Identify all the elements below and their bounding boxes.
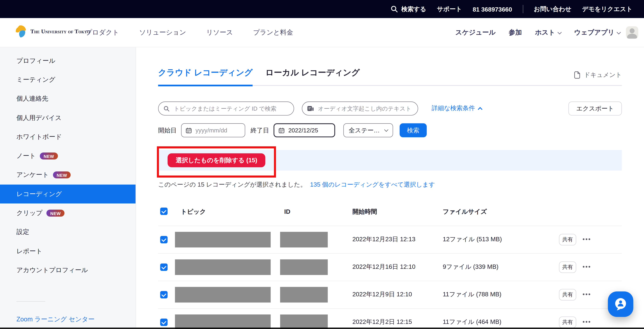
nav-resources[interactable]: リソース [206, 29, 233, 37]
topic-search-input[interactable] [173, 105, 289, 112]
transcript-search-field[interactable] [302, 102, 418, 115]
transcript-icon [307, 106, 314, 112]
delete-selected-button[interactable]: 選択したものを削除する (15) [168, 153, 266, 167]
advanced-search-link[interactable]: 詳細な検索条件 [432, 104, 482, 112]
chevron-down-icon [384, 128, 388, 132]
sidebar-item-clips[interactable]: クリップNEW [0, 204, 136, 223]
table-row: 2022年12月2日 12:15 11ファイル (464 MB) 共有 [158, 308, 622, 329]
utility-topbar: 検索する サポート 81 368973660 お問い合わせ デモをリクエスト [0, 0, 644, 18]
share-button[interactable]: 共有 [559, 316, 576, 328]
chevron-down-icon [617, 30, 621, 34]
new-badge: NEW [53, 172, 71, 179]
row-checkbox[interactable] [160, 318, 168, 326]
nav-host[interactable]: ホスト [535, 29, 561, 37]
topbar-support-link[interactable]: サポート [437, 5, 462, 13]
chevron-down-icon [558, 30, 562, 34]
selection-text: このページの 15 レコーディングが選択されました。 [158, 181, 306, 189]
topic-redacted[interactable] [175, 259, 271, 275]
nav-webapp[interactable]: ウェブアプリ [574, 29, 620, 37]
more-actions-icon[interactable] [583, 321, 590, 322]
sidebar-item-personal-devices[interactable]: 個人用デバイス [0, 109, 136, 128]
topic-redacted[interactable] [175, 314, 271, 329]
topic-redacted[interactable] [175, 287, 271, 303]
row-checkbox[interactable] [160, 236, 168, 243]
zoom-learning-center-link[interactable]: Zoom ラーニング センター [16, 315, 94, 324]
export-button[interactable]: エクスポート [568, 102, 622, 115]
col-id: ID [284, 208, 290, 215]
recordings-table: 2022年12月23日 12:13 12ファイル (513 MB) 共有 202… [158, 226, 622, 329]
sidebar-item-account-profile[interactable]: アカウントプロフィール [0, 261, 136, 280]
search-icon [164, 106, 170, 112]
search-icon [391, 5, 398, 13]
topbar-phone[interactable]: 81 368973660 [472, 6, 512, 13]
file-size-cell: 12ファイル (513 MB) [443, 235, 502, 243]
nav-join[interactable]: 参加 [509, 29, 522, 37]
row-checkbox[interactable] [160, 263, 168, 271]
id-redacted[interactable] [280, 232, 328, 247]
topbar-search-label: 検索する [401, 5, 426, 13]
nav-schedule[interactable]: スケジュール [455, 29, 496, 37]
topic-search-field[interactable] [158, 102, 294, 115]
status-dropdown[interactable]: 全ステー… [343, 123, 393, 137]
header-actions: スケジュール 参加 ホスト ウェブアプリ [455, 18, 620, 47]
tab-cloud-recordings[interactable]: クラウド レコーディング [158, 67, 252, 78]
nav-plans-pricing[interactable]: プランと料金 [253, 29, 293, 37]
sidebar-item-personal-contacts[interactable]: 個人連絡先 [0, 90, 136, 109]
select-all-checkbox[interactable] [160, 208, 168, 215]
id-redacted[interactable] [280, 314, 328, 329]
sidebar-item-whiteboard[interactable]: ホワイトボード [0, 127, 136, 146]
sidebar-item-recordings[interactable]: レコーディング [0, 185, 136, 204]
share-button[interactable]: 共有 [559, 289, 576, 300]
topbar-contact-link[interactable]: お問い合わせ [534, 5, 571, 13]
sidebar-item-meetings[interactable]: ミーティング [0, 71, 136, 90]
avatar[interactable] [626, 26, 638, 39]
table-row: 2022年12月9日 12:10 11ファイル (788 MB) 共有 [158, 281, 622, 308]
support-chat-button[interactable] [608, 291, 633, 317]
topbar-request-demo-link[interactable]: デモをリクエスト [582, 5, 632, 13]
start-date-field[interactable] [181, 123, 245, 137]
table-row: 2022年12月16日 12:10 9ファイル (339 MB) 共有 [158, 253, 622, 281]
sidebar-item-profile[interactable]: プロフィール [0, 52, 136, 71]
nav-solutions[interactable]: ソリューション [139, 29, 186, 37]
university-logo-text: The University of Tokyo [30, 29, 90, 35]
table-header: トピック ID 開始時間 ファイルサイズ [158, 207, 622, 223]
sidebar-item-notes[interactable]: ノートNEW [0, 146, 136, 166]
more-actions-icon[interactable] [583, 293, 590, 295]
more-actions-icon[interactable] [583, 238, 590, 240]
share-button[interactable]: 共有 [559, 234, 576, 245]
select-all-link[interactable]: 135 個のレコーディングをすべて選択します [310, 181, 435, 189]
university-logo[interactable]: The University of Tokyo [13, 25, 90, 39]
new-badge: NEW [46, 210, 64, 217]
calendar-icon [186, 127, 192, 133]
topic-redacted[interactable] [175, 232, 271, 247]
nav-products[interactable]: プロダクト [86, 29, 119, 37]
selection-summary: このページの 15 レコーディングが選択されました。 135 個のレコーディング… [158, 181, 435, 189]
sidebar-item-settings[interactable]: 設定 [0, 223, 136, 242]
col-start-time: 開始時間 [352, 208, 377, 216]
sidebar-item-reports[interactable]: レポート [0, 242, 136, 261]
share-button[interactable]: 共有 [559, 261, 576, 273]
file-size-cell: 11ファイル (788 MB) [443, 291, 502, 298]
topbar-search[interactable]: 検索する [391, 5, 426, 13]
search-row: 詳細な検索条件 エクスポート [158, 102, 622, 115]
main-nav: プロダクト ソリューション リソース プランと料金 [86, 18, 293, 47]
transcript-search-input[interactable] [317, 105, 413, 112]
start-date-input[interactable] [195, 127, 240, 134]
avatar-person-icon [630, 29, 635, 33]
id-redacted[interactable] [280, 287, 328, 303]
main-panel: クラウド レコーディング ローカル レコーディング ドキュメント [136, 47, 644, 329]
documents-link[interactable]: ドキュメント [574, 71, 622, 79]
search-button[interactable]: 検索 [400, 123, 427, 137]
site-header: The University of Tokyo プロダクト ソリューション リソ… [0, 18, 644, 47]
file-size-cell: 11ファイル (464 MB) [443, 318, 502, 326]
row-checkbox[interactable] [160, 291, 168, 298]
end-date-input[interactable] [288, 127, 330, 134]
start-time-cell: 2022年12月9日 12:10 [352, 291, 412, 298]
tab-local-recordings[interactable]: ローカル レコーディング [265, 67, 360, 78]
sidebar-item-surveys[interactable]: アンケートNEW [0, 166, 136, 185]
more-actions-icon[interactable] [583, 266, 590, 267]
recordings-tabs: クラウド レコーディング ローカル レコーディング [158, 67, 622, 86]
end-date-field[interactable] [274, 123, 335, 137]
end-date-label: 終了日 [250, 126, 269, 134]
id-redacted[interactable] [280, 259, 328, 275]
